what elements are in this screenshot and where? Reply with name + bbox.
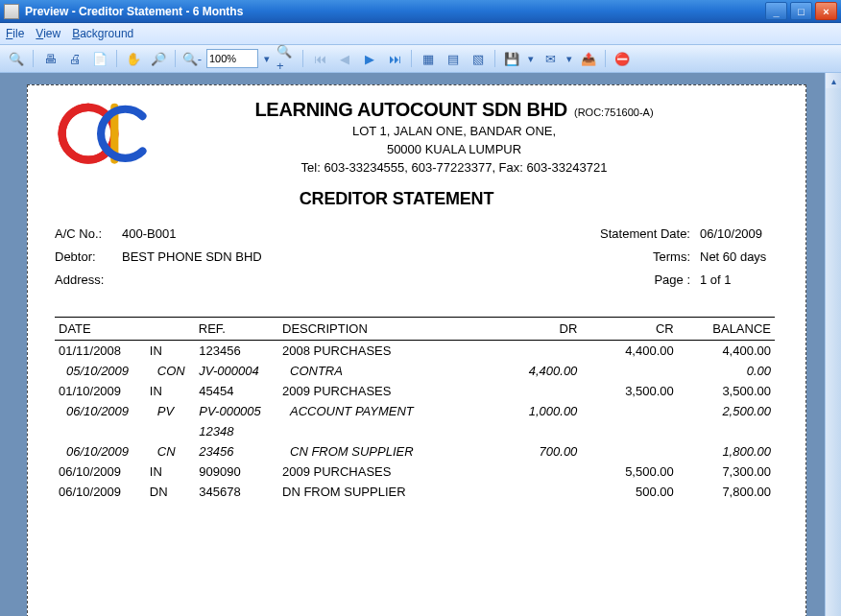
first-page-icon[interactable]: ⏮ [309,48,330,69]
next-page-icon[interactable]: ▶ [359,48,380,69]
cell-type [146,421,195,441]
page-setup-icon[interactable]: 📄 [89,48,110,69]
cell-ref: 123456 [195,341,278,362]
account-info: A/C No.: 400-B001 Debtor: BEST PHONE SDN… [55,223,796,292]
page-label: Page : [580,269,700,292]
close-button[interactable]: × [815,2,837,20]
cell-cr: 4,400.00 [581,341,677,362]
stop-icon[interactable]: ⛔ [612,48,633,69]
cell-bal: 7,300.00 [678,462,775,482]
address-label: Address: [55,269,122,292]
table-row: 01/10/2009IN454542009 PURCHASES3,500.003… [55,381,775,401]
cell-dr [485,381,581,401]
cell-ref: 45454 [195,381,278,401]
zoom-out-icon[interactable]: 🔍- [181,48,203,69]
cell-ref: 909090 [195,462,278,482]
table-row: 06/10/2009CN23456CN FROM SUPPLIER700.001… [55,441,775,462]
multipage-icon[interactable]: ▦ [418,48,439,69]
cell-type: IN [146,381,195,401]
cell-type: PV [146,401,195,421]
separator [494,50,495,67]
save-icon[interactable]: 💾 [501,48,522,69]
zoom-in-icon[interactable]: 🔍+ [276,48,297,69]
cell-cr [581,421,677,441]
table-row: 06/10/2009DN345678DN FROM SUPPLIER500.00… [55,482,775,502]
cell-ref: JV-000004 [195,361,278,381]
cell-dr [485,421,581,441]
zoom-input[interactable]: 100% [206,49,258,68]
print-icon[interactable]: 🖶 [39,48,60,69]
cell-bal [678,421,775,441]
email-icon[interactable]: ✉ [540,48,561,69]
table-row: 05/10/2009CONJV-000004CONTRA4,400.000.00 [55,361,775,381]
cell-ref: 12348 [195,421,278,441]
cell-type: IN [146,462,195,482]
scroll-track[interactable] [826,88,841,616]
menu-view[interactable]: View [36,27,60,40]
table-row: 06/10/2009IN9090902009 PURCHASES5,500.00… [55,462,775,482]
debtor-label: Debtor: [55,246,122,269]
cell-ref: 23456 [195,441,278,462]
cell-bal: 4,400.00 [678,341,775,362]
prev-page-icon[interactable]: ◀ [334,48,355,69]
company-roc: (ROC:751600-A) [574,107,654,118]
app-icon [4,4,19,19]
thumbnails-icon[interactable]: ▤ [443,48,464,69]
hdr-bal: BALANCE [678,318,775,341]
page: LEARNING AUTOCOUNT SDN BHD (ROC:751600-A… [27,84,806,616]
cell-cr: 5,500.00 [581,462,677,482]
cell-date: 06/10/2009 [55,482,146,502]
cell-type: CON [146,361,195,381]
minimize-button[interactable]: _ [765,2,787,20]
ac-no-value: 400-B001 [122,223,176,246]
cell-date: 06/10/2009 [55,401,146,421]
toolbar: 🔍 🖶 🖨 📄 ✋ 🔎 🔍- 100% ▾ 🔍+ ⏮ ◀ ▶ ⏭ ▦ ▤ ▧ 💾… [0,45,841,73]
separator [411,50,412,67]
menu-background[interactable]: Background [72,27,133,40]
statement-table: DATE REF. DESCRIPTION DR CR BALANCE 01/1… [55,317,775,502]
hdr-dr: DR [485,318,581,341]
table-header-row: DATE REF. DESCRIPTION DR CR BALANCE [55,318,775,341]
separator [605,50,606,67]
titlebar: Preview - Creditor Statement - 6 Months … [0,0,841,23]
cell-bal: 2,500.00 [678,401,775,421]
company-address-1: LOT 1, JALAN ONE, BANDAR ONE, [112,123,796,139]
cell-dr [485,462,581,482]
cell-dr [485,341,581,362]
window-title: Preview - Creditor Statement - 6 Months [25,5,243,18]
table-row: 06/10/2009PVPV-000005ACCOUNT PAYMENT1,00… [55,401,775,421]
quick-print-icon[interactable]: 🖨 [64,48,85,69]
last-page-icon[interactable]: ⏭ [384,48,405,69]
menu-file[interactable]: File [6,27,24,40]
background-icon[interactable]: ▧ [468,48,489,69]
maximize-button[interactable]: □ [790,2,812,20]
separator [33,50,34,67]
table-row: 12348 [55,421,775,441]
cell-desc: 2009 PURCHASES [278,462,485,482]
scroll-up-icon[interactable]: ▴ [826,73,841,88]
cell-date: 01/11/2008 [55,341,146,362]
terms-label: Terms: [580,246,700,269]
hand-tool-icon[interactable]: ✋ [123,48,144,69]
cell-type: DN [146,482,195,502]
save-dropdown[interactable]: ▾ [524,49,538,68]
hdr-ref: REF. [146,318,278,341]
cell-date: 06/10/2009 [55,441,146,462]
cell-bal: 1,800.00 [678,441,775,462]
vertical-scrollbar[interactable]: ▴ [825,73,841,616]
cell-date: 05/10/2009 [55,361,146,381]
page-value: 1 of 1 [700,269,796,292]
company-contact: Tel: 603-33234555, 603-77223377, Fax: 60… [112,159,796,176]
email-dropdown[interactable]: ▾ [563,49,576,68]
hdr-cr: CR [581,318,677,341]
export-icon[interactable]: 📤 [578,48,599,69]
zoom-dropdown[interactable]: ▾ [260,49,274,68]
search-icon[interactable]: 🔍 [6,48,27,69]
cell-dr [485,482,581,502]
cell-dr: 4,400.00 [485,361,581,381]
cell-cr [581,441,677,462]
terms-value: Net 60 days [700,246,796,269]
zoom-tool-icon[interactable]: 🔎 [148,48,169,69]
cell-date: 06/10/2009 [55,462,146,482]
cell-bal: 0.00 [678,361,775,381]
